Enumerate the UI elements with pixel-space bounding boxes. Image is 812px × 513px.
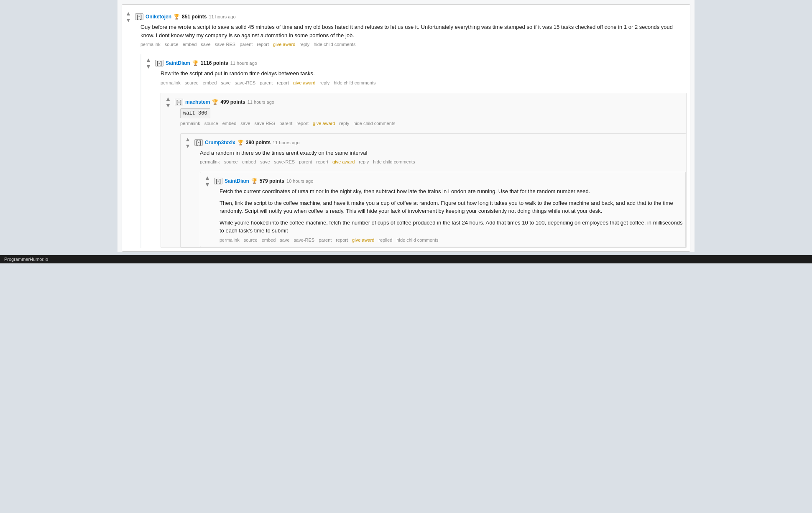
save-res-4[interactable]: save-RES — [274, 159, 295, 164]
comment-5: ▲ ▼ [-] SaintDiam 🏆 579 points — [204, 172, 685, 247]
save-2[interactable]: save — [221, 80, 230, 85]
timestamp-4: 11 hours ago — [273, 140, 299, 145]
comment-text-2: Rewrite the script and put in random tim… — [161, 69, 687, 78]
comment-text-5a: Fetch the current coordinates of ursa mi… — [220, 187, 685, 196]
save-res-1[interactable]: save-RES — [215, 42, 236, 47]
comment-header-1: ▲ ▼ [-] Oniketojen 🏆 851 points 11 hours… — [125, 10, 687, 23]
downvote-button-1[interactable]: ▼ — [125, 17, 131, 23]
points-3: 499 points — [220, 99, 245, 105]
reply-2[interactable]: reply — [319, 80, 329, 85]
parent-5[interactable]: parent — [319, 237, 332, 242]
upvote-button-3[interactable]: ▲ — [165, 96, 171, 102]
save-res-3[interactable]: save-RES — [255, 121, 276, 126]
permalink-2[interactable]: permalink — [161, 80, 181, 85]
timestamp-1: 11 hours ago — [209, 14, 235, 19]
give-award-2[interactable]: give award — [293, 80, 315, 85]
comment-1: ▲ ▼ [-] Oniketojen 🏆 851 points 11 hours… — [125, 8, 687, 248]
comment-2: ▲ ▼ [-] SaintDiam 🏆 1116 points 11 hours… — [146, 54, 687, 248]
comment-text-5b: Then, link the script to the coffee mach… — [220, 199, 685, 215]
username-2[interactable]: SaintDiam — [166, 60, 190, 66]
parent-1[interactable]: parent — [240, 42, 253, 47]
report-4[interactable]: report — [316, 159, 328, 164]
source-4[interactable]: source — [224, 159, 238, 164]
hide-child-comments-4[interactable]: hide child comments — [373, 159, 415, 164]
upvote-button-5[interactable]: ▲ — [204, 175, 210, 181]
downvote-button-2[interactable]: ▼ — [146, 64, 151, 69]
hide-child-comments-3[interactable]: hide child comments — [353, 121, 395, 126]
give-award-3[interactable]: give award — [313, 121, 335, 126]
collapse-button-5[interactable]: [-] — [214, 178, 222, 184]
source-3[interactable]: source — [204, 121, 218, 126]
upvote-button-1[interactable]: ▲ — [125, 10, 131, 16]
hide-child-comments-1[interactable]: hide child comments — [314, 42, 355, 47]
reply-3[interactable]: reply — [339, 121, 349, 126]
username-1[interactable]: Oniketojen — [146, 14, 171, 20]
timestamp-3: 11 hours ago — [248, 100, 274, 105]
parent-4[interactable]: parent — [299, 159, 312, 164]
hide-child-comments-2[interactable]: hide child comments — [334, 80, 375, 85]
report-1[interactable]: report — [257, 42, 269, 47]
hide-child-comments-5[interactable]: hide child comments — [396, 237, 438, 242]
upvote-button-4[interactable]: ▲ — [185, 136, 191, 142]
permalink-3[interactable]: permalink — [180, 121, 200, 126]
vote-buttons-5: ▲ ▼ — [204, 175, 210, 187]
save-res-2[interactable]: save-RES — [235, 80, 256, 85]
save-3[interactable]: save — [240, 121, 250, 126]
save-4[interactable]: save — [260, 159, 270, 164]
give-award-5[interactable]: give award — [352, 237, 374, 242]
parent-2[interactable]: parent — [260, 80, 273, 85]
replied-5[interactable]: replied — [378, 237, 392, 242]
reply-1[interactable]: reply — [299, 42, 309, 47]
code-block-3: wait 360 — [180, 108, 210, 118]
report-2[interactable]: report — [277, 80, 289, 85]
give-award-4[interactable]: give award — [332, 159, 355, 164]
reply-4[interactable]: reply — [359, 159, 369, 164]
embed-5[interactable]: embed — [262, 237, 276, 242]
trophy-icon-5: 🏆 — [251, 178, 258, 184]
downvote-button-3[interactable]: ▼ — [165, 102, 171, 108]
page-wrapper: ▲ ▼ [-] Oniketojen 🏆 851 points 11 hours… — [117, 0, 695, 252]
vote-buttons-4: ▲ ▼ — [185, 136, 191, 149]
action-bar-3: permalink source embed save save-RES par… — [180, 121, 686, 126]
collapse-button-4[interactable]: [-] — [194, 139, 203, 146]
upvote-button-2[interactable]: ▲ — [146, 57, 151, 63]
comment-text-1: Guy before me wrote a script to save a s… — [140, 23, 687, 39]
embed-1[interactable]: embed — [183, 42, 197, 47]
comment-body-5: Fetch the current coordinates of ursa mi… — [220, 187, 685, 235]
embed-2[interactable]: embed — [203, 80, 217, 85]
username-4[interactable]: Crump3txxix — [205, 140, 235, 145]
report-5[interactable]: report — [336, 237, 348, 242]
source-2[interactable]: source — [185, 80, 199, 85]
comment-header-5: ▲ ▼ [-] SaintDiam 🏆 579 points — [204, 175, 685, 187]
downvote-button-5[interactable]: ▼ — [204, 181, 210, 187]
vote-buttons-2: ▲ ▼ — [146, 57, 151, 69]
permalink-5[interactable]: permalink — [220, 237, 240, 242]
comment-body-1: Guy before me wrote a script to save a s… — [140, 23, 687, 39]
collapse-button-1[interactable]: [-] — [135, 13, 143, 20]
save-res-5[interactable]: save-RES — [294, 237, 315, 242]
embed-3[interactable]: embed — [222, 121, 237, 126]
trophy-icon-1: 🏆 — [174, 14, 180, 20]
comment-3: ▲ ▼ [-] machstem 🏆 499 points 11 hours a… — [165, 93, 686, 248]
downvote-button-4[interactable]: ▼ — [185, 143, 191, 149]
save-1[interactable]: save — [201, 42, 210, 47]
username-5[interactable]: SaintDiam — [225, 178, 249, 184]
action-bar-1: permalink source embed save save-RES par… — [140, 42, 687, 47]
username-3[interactable]: machstem — [185, 99, 210, 105]
action-bar-5: permalink source embed save save-RES par… — [220, 237, 685, 242]
parent-3[interactable]: parent — [279, 121, 292, 126]
give-award-1[interactable]: give award — [273, 42, 295, 47]
save-5[interactable]: save — [280, 237, 289, 242]
collapse-button-3[interactable]: [-] — [175, 99, 183, 105]
site-footer-link[interactable]: ProgrammerHumor.io — [4, 257, 48, 262]
permalink-4[interactable]: permalink — [200, 159, 220, 164]
source-5[interactable]: source — [244, 237, 258, 242]
comment-text-4: Add a random in there so the times arent… — [200, 149, 686, 157]
comment-4: ▲ ▼ [-] Crump3txxix 🏆 390 points 11 hour… — [185, 134, 686, 247]
collapse-button-2[interactable]: [-] — [155, 60, 163, 66]
permalink-1[interactable]: permalink — [140, 42, 161, 47]
source-1[interactable]: source — [165, 42, 179, 47]
action-bar-4: permalink source embed save save-RES par… — [200, 159, 686, 164]
embed-4[interactable]: embed — [242, 159, 256, 164]
report-3[interactable]: report — [296, 121, 309, 126]
